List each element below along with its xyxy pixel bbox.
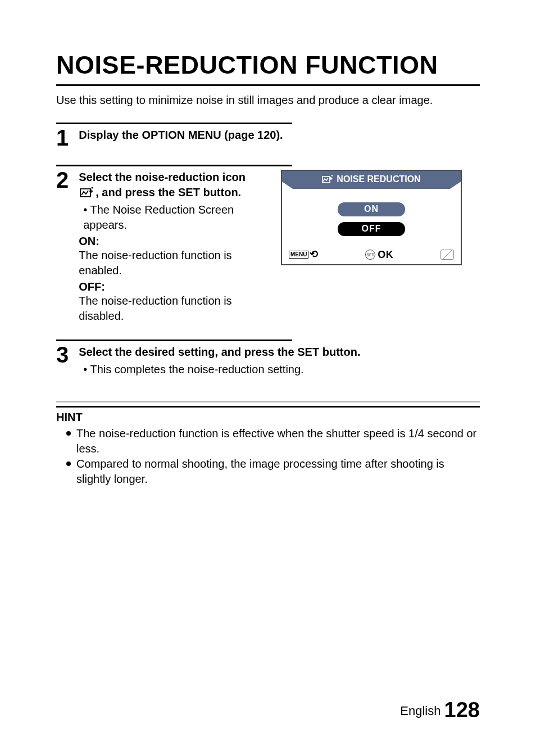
set-icon: SET <box>365 250 375 260</box>
svg-point-3 <box>92 187 93 189</box>
screen-footer: MENU ⟲ SET OK <box>288 248 455 261</box>
screen-title-text: NOISE REDUCTION <box>337 174 420 184</box>
camera-screen: NOISE REDUCTION ON OFF MENU ⟲ SET OK <box>281 170 462 265</box>
step-3: 3 Select the desired setting, and press … <box>56 339 480 377</box>
noise-reduction-icon <box>322 175 333 184</box>
noise-reduction-icon <box>80 187 94 198</box>
hint-list: The noise-reduction function is effectiv… <box>56 426 480 487</box>
screen-title-bar: NOISE REDUCTION <box>282 171 461 189</box>
step-heading: Select the noise-reduction icon , and pr… <box>79 170 264 200</box>
step-bullet: The Noise Reduction Screen appears. <box>83 202 264 233</box>
title-rule <box>56 84 480 86</box>
option-on[interactable]: ON <box>338 202 405 216</box>
svg-point-7 <box>331 175 333 176</box>
step-rule <box>56 123 292 124</box>
step-number: 3 <box>56 343 69 366</box>
step-heading-post: , and press the SET button. <box>96 186 241 198</box>
footer-page-number: 128 <box>444 698 480 722</box>
off-description: The noise-reduction function is disabled… <box>79 293 264 324</box>
step-number: 2 <box>56 169 69 191</box>
step-1: 1 Display the OPTION MENU (page 120). <box>56 123 480 149</box>
step-2: 2 Select the noise-reduction icon <box>56 165 480 324</box>
intro-text: Use this setting to minimize noise in st… <box>56 94 480 107</box>
page-title: NOISE-REDUCTION FUNCTION <box>56 51 480 80</box>
off-label: OFF: <box>79 280 264 293</box>
step-rule <box>56 165 292 166</box>
hint-rule-dark <box>56 406 480 408</box>
step-bullet: This completes the noise-reduction setti… <box>83 362 480 377</box>
manual-page: NOISE-REDUCTION FUNCTION Use this settin… <box>0 0 536 756</box>
step-heading-pre: Select the noise-reduction icon <box>79 171 246 183</box>
step-heading: Select the desired setting, and press th… <box>79 345 480 360</box>
menu-label: MENU <box>289 251 308 259</box>
on-label: ON: <box>79 235 264 248</box>
set-ok-indicator: SET OK <box>365 249 393 261</box>
footer-language: English <box>400 704 440 718</box>
step-number: 1 <box>56 126 69 149</box>
hint-heading: HINT <box>56 411 480 424</box>
corner-chip-icon <box>440 250 454 260</box>
step-rule <box>56 339 292 341</box>
menu-back-indicator: MENU ⟲ <box>289 248 318 261</box>
page-footer: English 128 <box>400 698 480 722</box>
back-arrow-icon: ⟲ <box>310 248 318 260</box>
option-off[interactable]: OFF <box>338 222 405 236</box>
hint-item: The noise-reduction function is effectiv… <box>66 426 480 456</box>
ok-label: OK <box>378 249 393 261</box>
hint-rule-light <box>56 401 480 402</box>
hint-item: Compared to normal shooting, the image p… <box>66 456 480 487</box>
on-description: The noise-reduction function is enabled. <box>79 248 264 278</box>
step-heading: Display the OPTION MENU (page 120). <box>79 128 480 143</box>
